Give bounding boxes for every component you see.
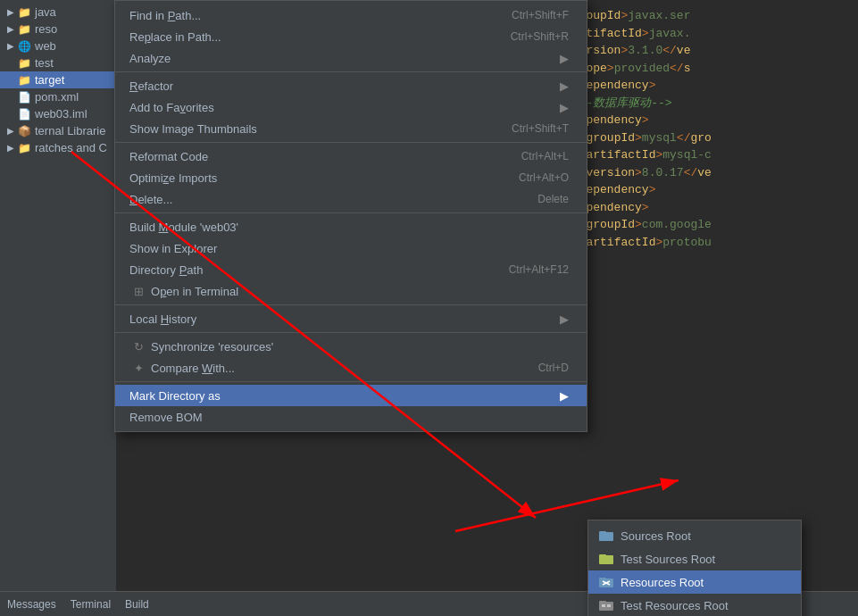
folder-green-icon	[599, 552, 613, 566]
menu-item-label: Replace in Path...	[129, 30, 475, 44]
menu-build-module[interactable]: Build Module 'web03'	[115, 216, 587, 237]
folder-resources-icon	[599, 575, 613, 589]
file-tree: ▶ 📁 java ▶ 📁 reso ▶ 🌐 web ▶ 📁 test ▶ 📁 t…	[0, 0, 116, 616]
folder-icon: 📁	[18, 23, 31, 36]
expand-arrow: ▶	[7, 143, 14, 153]
code-line: <artifactId>protobu	[565, 234, 847, 252]
menu-reformat-code[interactable]: Reformat Code Ctrl+Alt+L	[115, 146, 587, 167]
menu-find-in-path[interactable]: Find in Path... Ctrl+Shift+F	[115, 4, 587, 26]
code-line: <dependency>	[565, 199, 847, 217]
expand-arrow: ▶	[7, 24, 14, 34]
menu-compare-with[interactable]: ✦ Compare With... Ctrl+D	[115, 357, 587, 379]
menu-item-shortcut: Ctrl+Shift+R	[511, 30, 569, 43]
menu-item-label: Directory Path	[129, 263, 473, 277]
menu-item-label: Compare With...	[151, 362, 503, 375]
filetree-test[interactable]: ▶ 📁 test	[0, 54, 116, 71]
folder-icon: 📁	[18, 57, 31, 70]
menu-item-label: Local History	[129, 312, 553, 326]
submenu-arrow-icon: ▶	[560, 101, 569, 114]
filetree-java[interactable]: ▶ 📁 java	[0, 4, 116, 21]
menu-item-shortcut: Delete	[537, 193, 569, 205]
svg-rect-9	[599, 601, 606, 603]
menu-item-label: Show in Explorer	[129, 242, 569, 255]
menu-item-label: Open in Terminal	[151, 285, 569, 298]
folder-icon: 📁	[18, 142, 31, 154]
mark-directory-submenu: Sources Root Test Sources Root Resources…	[587, 520, 802, 616]
svg-rect-8	[599, 602, 613, 611]
menu-mark-directory[interactable]: Mark Directory as ▶	[115, 385, 587, 406]
submenu-arrow-icon: ▶	[560, 52, 569, 65]
menu-item-label: Add to Favorites	[129, 101, 553, 114]
filetree-pom[interactable]: ▶ 📄 pom.xml	[0, 88, 116, 105]
sync-icon: ↻	[129, 340, 147, 354]
code-line: <scope>provided</s	[565, 60, 847, 78]
menu-item-label: Mark Directory as	[129, 389, 553, 403]
filetree-reso[interactable]: ▶ 📁 reso	[0, 21, 116, 37]
code-line: <groupId>com.google	[565, 216, 847, 234]
menu-local-history[interactable]: Local History ▶	[115, 308, 587, 329]
filetree-label: web03.iml	[35, 107, 87, 121]
menu-item-label: Show Image Thumbnails	[129, 122, 476, 136]
menu-item-shortcut: Ctrl+Alt+L	[521, 150, 569, 162]
submenu-item-label: Test Resources Root	[621, 599, 729, 612]
expand-arrow: ▶	[7, 7, 14, 17]
submenu-test-resources-root[interactable]: Test Resources Root	[588, 594, 801, 616]
submenu-resources-root[interactable]: Resources Root	[588, 570, 801, 594]
filetree-target[interactable]: ▶ 📁 target	[0, 71, 116, 88]
bottom-terminal[interactable]: Terminal	[71, 598, 111, 611]
code-line: <dependency>	[565, 112, 847, 129]
filetree-web[interactable]: ▶ 🌐 web	[0, 37, 116, 54]
menu-item-label: Remove BOM	[129, 411, 569, 424]
svg-rect-3	[599, 554, 606, 556]
submenu-arrow-icon: ▶	[560, 312, 569, 326]
menu-optimize-imports[interactable]: Optimize Imports Ctrl+Alt+O	[115, 167, 587, 188]
menu-synchronize[interactable]: ↻ Synchronize 'resources'	[115, 336, 587, 357]
filetree-label: test	[35, 56, 54, 70]
submenu-sources-root[interactable]: Sources Root	[588, 524, 801, 547]
menu-show-thumbnails[interactable]: Show Image Thumbnails Ctrl+Shift+T	[115, 118, 587, 139]
menu-item-shortcut: Ctrl+Shift+F	[512, 9, 569, 21]
separator	[115, 332, 587, 333]
svg-rect-5	[599, 578, 606, 579]
menu-directory-path[interactable]: Directory Path Ctrl+Alt+F12	[115, 259, 587, 280]
menu-item-label: Refactor	[129, 79, 553, 93]
menu-open-terminal[interactable]: ⊞ Open in Terminal	[115, 280, 587, 302]
menu-item-shortcut: Ctrl+Alt+F12	[509, 263, 569, 276]
code-line: <artifactId>javax.	[565, 25, 847, 43]
separator	[115, 212, 587, 213]
filetree-iml[interactable]: ▶ 📄 web03.iml	[0, 105, 116, 122]
menu-refactor[interactable]: Refactor ▶	[115, 75, 587, 96]
folder-icon: 📦	[18, 125, 31, 137]
expand-arrow: ▶	[7, 41, 14, 51]
svg-rect-2	[599, 555, 613, 564]
filetree-label: web	[35, 39, 56, 53]
menu-item-shortcut: Ctrl+Alt+O	[519, 171, 569, 184]
folder-icon: 📁	[18, 6, 31, 19]
code-line: <version>3.1.0</ve	[565, 42, 847, 60]
filetree-label: ternal Librarie	[35, 124, 106, 137]
separator	[115, 304, 587, 305]
filetree-libraries[interactable]: ▶ 📦 ternal Librarie	[0, 122, 116, 139]
menu-remove-bom[interactable]: Remove BOM	[115, 406, 587, 428]
menu-analyze[interactable]: Analyze ▶	[115, 47, 587, 69]
submenu-item-label: Resources Root	[621, 576, 704, 589]
menu-replace-in-path[interactable]: Replace in Path... Ctrl+Shift+R	[115, 26, 587, 47]
menu-item-label: Build Module 'web03'	[129, 221, 569, 234]
code-line: <!--数据库驱动-->	[565, 95, 847, 112]
file-icon: 📄	[18, 108, 31, 121]
folder-icon: 🌐	[18, 40, 31, 53]
svg-rect-1	[599, 531, 606, 533]
submenu-test-sources-root[interactable]: Test Sources Root	[588, 547, 801, 570]
menu-add-favorites[interactable]: Add to Favorites ▶	[115, 96, 587, 118]
expand-arrow: ▶	[7, 126, 14, 136]
menu-show-explorer[interactable]: Show in Explorer	[115, 237, 587, 259]
folder-blue-icon	[599, 529, 613, 543]
filetree-scratches[interactable]: ▶ 📁 ratches and C	[0, 139, 116, 156]
bottom-build[interactable]: Build	[125, 598, 149, 611]
code-line: <groupId>javax.ser	[565, 7, 847, 25]
code-line: <groupId>mysql</gro	[565, 129, 847, 147]
compare-icon: ✦	[129, 362, 147, 375]
bottom-messages[interactable]: Messages	[7, 598, 56, 611]
submenu-item-label: Sources Root	[621, 529, 691, 543]
menu-delete[interactable]: Delete... Delete	[115, 188, 587, 210]
